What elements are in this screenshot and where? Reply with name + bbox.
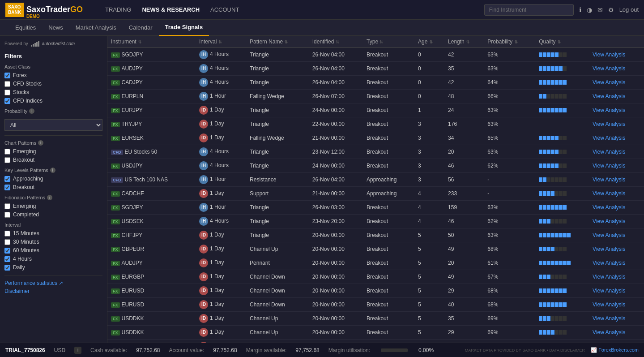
cell-view-analysis: View Analysis xyxy=(589,145,644,159)
cell-length: 46 xyxy=(444,340,484,343)
filter-4hours-label: 4 Hours xyxy=(13,256,32,262)
view-analysis-link[interactable]: View Analysis xyxy=(593,121,625,127)
cell-length: 176 xyxy=(444,117,484,131)
filter-key-breakout-checkbox[interactable] xyxy=(4,185,10,190)
col-age[interactable]: Age ⇅ xyxy=(414,36,444,48)
cell-pattern: Triangle xyxy=(246,159,309,173)
view-analysis-link[interactable]: View Analysis xyxy=(593,301,625,308)
view-analysis-link[interactable]: View Analysis xyxy=(593,52,625,58)
filter-stocks-checkbox[interactable] xyxy=(4,90,10,95)
nav-calendar[interactable]: Calendar xyxy=(123,20,159,35)
theme-icon[interactable]: ◑ xyxy=(587,6,592,13)
col-pattern[interactable]: Pattern Name ⇅ xyxy=(246,36,309,48)
performance-stats-link[interactable]: Performance statistics ↗ xyxy=(4,280,102,286)
search-bar[interactable] xyxy=(484,4,574,16)
quality-bar xyxy=(539,80,585,85)
cell-interval: ID1 Day xyxy=(196,117,246,131)
filter-cfd-indices-checkbox[interactable] xyxy=(4,98,10,104)
view-analysis-link[interactable]: View Analysis xyxy=(593,246,625,252)
filter-key-approaching-checkbox[interactable] xyxy=(4,176,10,182)
fx-badge: FX xyxy=(111,261,120,266)
cell-view-analysis: View Analysis xyxy=(589,131,644,145)
nav-equities[interactable]: Equities xyxy=(9,20,42,35)
search-input[interactable] xyxy=(484,4,574,16)
col-length[interactable]: Length ⇅ xyxy=(444,36,484,48)
view-analysis-link[interactable]: View Analysis xyxy=(593,274,625,280)
view-analysis-link[interactable]: View Analysis xyxy=(593,288,625,294)
filter-key-breakout: Breakout xyxy=(4,184,102,190)
col-quality[interactable]: Quality ⇅ xyxy=(535,36,589,48)
filter-forex-checkbox[interactable] xyxy=(4,73,10,78)
table-row: FXEURPLNIH1 HourFalling Wedge26-Nov 07:0… xyxy=(107,90,644,103)
nav-news-research[interactable]: NEWS & RESEARCH xyxy=(142,0,200,19)
filter-chart-breakout-checkbox[interactable] xyxy=(4,157,10,163)
cell-length: 40 xyxy=(444,298,484,312)
view-analysis-link[interactable]: View Analysis xyxy=(593,176,625,183)
view-analysis-link[interactable]: View Analysis xyxy=(593,218,625,224)
interval-title: Interval xyxy=(4,222,102,228)
col-interval[interactable]: Interval ⇅ xyxy=(196,36,246,48)
view-analysis-link[interactable]: View Analysis xyxy=(593,315,625,322)
view-analysis-link[interactable]: View Analysis xyxy=(593,93,625,99)
filter-cfd-stocks-checkbox[interactable] xyxy=(4,81,10,87)
cell-type: Breakout xyxy=(363,270,414,284)
cell-age: 3 xyxy=(414,159,444,173)
view-analysis-link[interactable]: View Analysis xyxy=(593,204,625,211)
view-analysis-link[interactable]: View Analysis xyxy=(593,65,625,72)
cell-quality xyxy=(535,187,589,201)
filter-15min-checkbox[interactable] xyxy=(4,231,10,237)
nav-market-analysis[interactable]: Market Analysis xyxy=(69,20,123,35)
cell-type: Breakout xyxy=(363,340,414,343)
col-type[interactable]: Type ⇅ xyxy=(363,36,414,48)
interval-label: 1 Day xyxy=(210,301,224,307)
instrument-name: CHFJPY xyxy=(122,232,143,238)
table-header: Instrument ⇅ Interval ⇅ Pattern Name ⇅ I… xyxy=(107,36,644,48)
view-analysis-link[interactable]: View Analysis xyxy=(593,232,625,238)
interval-badge: IH xyxy=(199,50,208,59)
view-analysis-link[interactable]: View Analysis xyxy=(593,190,625,197)
filter-60min-checkbox[interactable] xyxy=(4,248,10,254)
view-analysis-link[interactable]: View Analysis xyxy=(593,329,625,335)
fibonacci-info-icon[interactable]: i xyxy=(47,195,52,200)
filter-fib-emerging-checkbox[interactable] xyxy=(4,203,10,209)
view-analysis-link[interactable]: View Analysis xyxy=(593,149,625,155)
table-row: FXUSDSEKIH4 HoursTriangle23-Nov 20:00Bre… xyxy=(107,215,644,228)
view-analysis-link[interactable]: View Analysis xyxy=(593,79,625,86)
fx-badge: FX xyxy=(111,122,120,127)
col-probability[interactable]: Probability ⇅ xyxy=(484,36,535,48)
app-name: SaxoTraderGO xyxy=(26,5,83,14)
filter-daily-checkbox[interactable] xyxy=(4,265,10,271)
view-analysis-link[interactable]: View Analysis xyxy=(593,107,625,113)
filter-30min-checkbox[interactable] xyxy=(4,239,10,245)
col-identified[interactable]: Identified ⇅ xyxy=(309,36,363,48)
view-analysis-link[interactable]: View Analysis xyxy=(593,260,625,266)
filter-30min: 30 Minutes xyxy=(4,239,102,245)
view-analysis-link[interactable]: View Analysis xyxy=(593,163,625,169)
cell-instrument: FXUSDDKK xyxy=(107,312,196,326)
filter-chart-emerging-checkbox[interactable] xyxy=(4,149,10,155)
account-info-button[interactable]: i xyxy=(74,347,81,354)
cell-type: Breakout xyxy=(363,48,414,62)
settings-icon[interactable]: ⚙ xyxy=(608,6,614,13)
logout-button[interactable]: Log out xyxy=(619,6,639,13)
nav-news[interactable]: News xyxy=(42,20,69,35)
filter-4hours-checkbox[interactable] xyxy=(4,256,10,262)
chart-patterns-info-icon[interactable]: i xyxy=(38,140,43,146)
nav-trade-signals[interactable]: Trade Signals xyxy=(159,19,209,36)
probability-info-icon[interactable]: i xyxy=(29,108,34,114)
key-levels-info-icon[interactable]: i xyxy=(50,168,55,173)
nav-account[interactable]: ACCOUNT xyxy=(210,0,239,19)
cell-view-analysis: View Analysis xyxy=(589,215,644,228)
view-analysis-link[interactable]: View Analysis xyxy=(593,135,625,141)
disclaimer-link[interactable]: Disclaimer xyxy=(4,288,102,294)
fx-badge: FX xyxy=(111,316,120,322)
info-icon[interactable]: ℹ xyxy=(579,6,581,13)
cell-view-analysis: View Analysis xyxy=(589,159,644,173)
nav-trading[interactable]: TRADING xyxy=(105,0,132,19)
col-instrument[interactable]: Instrument ⇅ xyxy=(107,36,196,48)
probability-select[interactable]: All xyxy=(4,119,102,131)
filter-fib-completed-checkbox[interactable] xyxy=(4,212,10,218)
fx-badge: FX xyxy=(111,66,120,72)
mail-icon[interactable]: ✉ xyxy=(597,6,603,13)
interval-label: 1 Day xyxy=(210,259,224,266)
